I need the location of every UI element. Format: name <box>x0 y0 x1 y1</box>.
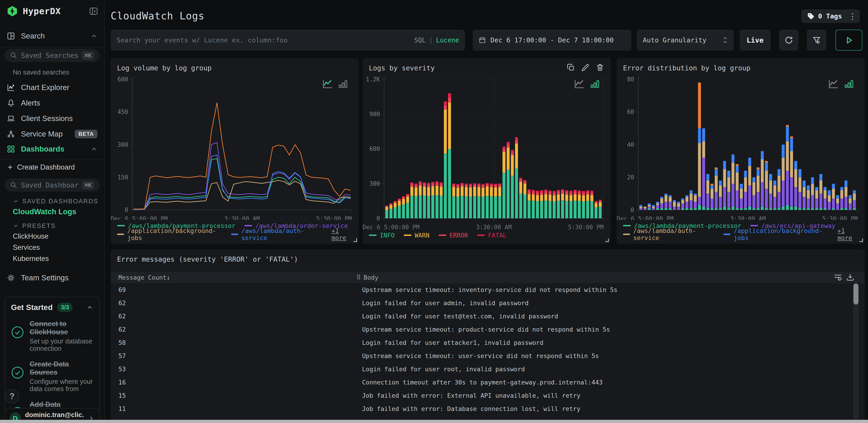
event-search-box[interactable]: SQL | Lucene <box>111 30 465 51</box>
resize-handle[interactable] <box>353 238 357 242</box>
saved-searches-input[interactable]: ⌘K <box>5 49 100 62</box>
message-count-cell: 15 <box>118 392 126 399</box>
sidebar-preset-clickhouse[interactable]: ClickHouse <box>13 232 104 241</box>
line-chart-toggle-icon[interactable] <box>322 79 333 89</box>
date-range-picker[interactable]: Dec 6 17:00:00 - Dec 7 18:00:00 <box>473 30 631 51</box>
table-row[interactable]: 69Upstream service timeout: inventory-se… <box>111 283 865 296</box>
sidebar-preset-services[interactable]: Services <box>13 243 104 252</box>
chevron-up-icon[interactable] <box>91 33 97 39</box>
sidebar-item-client-sessions[interactable]: Client Sessions <box>0 113 104 124</box>
legend-item[interactable]: FATAL <box>477 232 506 239</box>
sidebar-item-dashboards[interactable]: Dashboards <box>0 144 104 154</box>
get-started-step-connect[interactable]: Connect to ClickHouse Set up your databa… <box>11 320 93 352</box>
sidebar-item-search[interactable]: Search <box>0 31 104 41</box>
body-cell: Connection timeout after 30s to payment-… <box>362 379 603 386</box>
bar-chart-toggle-icon[interactable] <box>338 79 348 89</box>
tags-button[interactable]: 0 Tags <box>802 9 848 23</box>
horizontal-scrollbar[interactable] <box>0 420 868 423</box>
filter-button[interactable] <box>807 30 826 51</box>
table-row[interactable]: 62Login failed for user admin, invalid p… <box>111 296 865 310</box>
sidebar-item-alerts[interactable]: Alerts <box>0 97 104 109</box>
legend-more-link[interactable]: +1 more <box>332 227 355 242</box>
event-search-input[interactable] <box>117 36 410 44</box>
legend-swatch <box>244 225 252 226</box>
legend-item[interactable]: /application/background-jobs <box>723 227 828 242</box>
sidebar-item-service-map[interactable]: Service Map BETA <box>0 129 104 139</box>
svg-text:Dec 6 5:00:00 PM: Dec 6 5:00:00 PM <box>111 215 167 220</box>
resize-handle[interactable] <box>859 238 863 242</box>
run-query-button[interactable] <box>835 30 862 51</box>
table-row[interactable]: 15Job failed with error: External API un… <box>111 389 865 402</box>
sidebar-item-chart-explorer[interactable]: Chart Explorer <box>0 82 104 93</box>
chart-type-toggle[interactable] <box>828 79 854 89</box>
svg-text:3:30:00 AM: 3:30:00 AM <box>476 224 512 231</box>
scrollbar-thumb[interactable] <box>854 284 859 305</box>
panel-title: Log volume by log group <box>117 64 212 72</box>
chevron-up-icon[interactable] <box>91 146 97 152</box>
line-chart-toggle-icon[interactable] <box>828 79 839 89</box>
language-toggle[interactable]: SQL | Lucene <box>414 36 459 44</box>
legend-item[interactable]: /aws/lambda/auth-service <box>623 227 714 242</box>
sidebar-item-team-settings[interactable]: Team Settings <box>0 272 104 283</box>
svg-text:450: 450 <box>118 109 128 115</box>
chart-explorer-icon <box>7 83 15 92</box>
logs-by-severity-chart[interactable]: 03006009001.2KDec 6 5:00:00 PM3:30:00 AM… <box>363 74 611 234</box>
legend-item[interactable]: /aws/lambda/auth-service <box>231 227 322 242</box>
table-row[interactable]: 57Upstream service timeout: user-service… <box>111 349 865 362</box>
get-started-step-sources[interactable]: Create Data Sources Configure where your… <box>11 360 93 393</box>
panel-actions <box>566 63 604 72</box>
section-presets[interactable]: PRESETS <box>13 222 104 230</box>
help-button[interactable]: ? <box>5 389 19 403</box>
legend-more-link[interactable]: +1 more <box>837 227 861 242</box>
drag-handle-icon[interactable]: ⠿ <box>356 274 361 281</box>
live-button[interactable]: Live <box>740 30 771 51</box>
create-dashboard-button[interactable]: + Create Dashboard <box>0 162 104 172</box>
refresh-button[interactable] <box>779 30 799 51</box>
svg-text:600: 600 <box>369 145 380 152</box>
legend-item[interactable]: ERROR <box>439 232 468 239</box>
chart-type-toggle[interactable] <box>574 79 600 89</box>
sidebar-preset-kubernetes[interactable]: Kubernetes <box>13 254 104 263</box>
line-chart-toggle-icon[interactable] <box>574 79 585 89</box>
table-row[interactable]: 16Connection timeout after 30s to paymen… <box>111 375 865 389</box>
shortcut-badge: ⌘K <box>82 181 94 189</box>
legend-item[interactable]: /application/background-jobs <box>117 227 222 242</box>
legend-item[interactable]: WARN <box>404 232 429 239</box>
sort-desc-icon[interactable]: ↓ <box>166 274 170 281</box>
section-saved-dashboards[interactable]: SAVED DASHBOARDS <box>13 197 104 205</box>
table-row[interactable]: 62Login failed for user test@test.com, i… <box>111 310 865 323</box>
wrap-text-icon[interactable] <box>833 273 842 282</box>
table-row[interactable]: 58Login failed for user attacker1, inval… <box>111 336 865 349</box>
saved-dashboards-input[interactable]: ⌘K <box>5 178 100 192</box>
table-row[interactable]: 53Login failed for user root, invalid pa… <box>111 362 865 375</box>
legend-swatch <box>623 234 630 235</box>
legend-swatch <box>439 234 446 236</box>
edit-icon[interactable] <box>581 63 590 72</box>
column-header-body[interactable]: ⠿Body <box>356 272 378 283</box>
legend-item[interactable]: INFO <box>369 232 395 239</box>
trash-icon[interactable] <box>596 63 604 72</box>
download-icon[interactable] <box>846 273 855 282</box>
resize-handle[interactable] <box>605 238 609 242</box>
log-volume-chart[interactable]: 0150300450600Dec 6 5:00:00 PM3:30:00 AM5… <box>111 74 359 220</box>
table-row[interactable]: 62Upstream service timeout: product-serv… <box>111 323 865 336</box>
error-distribution-chart[interactable]: 020406080Dec 6 5:00:00 PM3:30:00 AM5:30:… <box>617 74 865 220</box>
panel-logs-by-severity: Logs by severity 03006009001.2KDec 6 5:0… <box>363 58 611 244</box>
bar-chart-toggle-icon[interactable] <box>844 79 854 89</box>
column-header-message-count[interactable]: Message Count↓ <box>118 272 170 283</box>
duplicate-icon[interactable] <box>566 63 575 72</box>
bar-chart-toggle-icon[interactable] <box>590 79 600 89</box>
table-row[interactable]: 11Job failed with error: Database connec… <box>111 402 865 415</box>
granularity-select[interactable]: Auto Granularity <box>637 30 734 51</box>
user-name: dominic.tran@clic... <box>25 411 84 419</box>
more-menu-button[interactable]: ⋮ <box>845 9 860 23</box>
body-cell: Job failed with error: Database connecti… <box>362 405 581 412</box>
chevron-up-icon[interactable] <box>86 304 93 311</box>
page-title: CloudWatch Logs <box>111 10 205 22</box>
body-cell: Login failed for user test@test.com, inv… <box>362 313 558 320</box>
table-scrollbar[interactable] <box>853 283 859 419</box>
chart-type-toggle[interactable] <box>322 79 348 89</box>
sidebar-collapse-icon[interactable] <box>89 7 98 15</box>
sidebar-dashboard-cloudwatch-logs[interactable]: CloudWatch Logs <box>13 207 104 216</box>
chart-legend: /aws/lambda/payment-processor/aws/lambda… <box>117 221 355 238</box>
